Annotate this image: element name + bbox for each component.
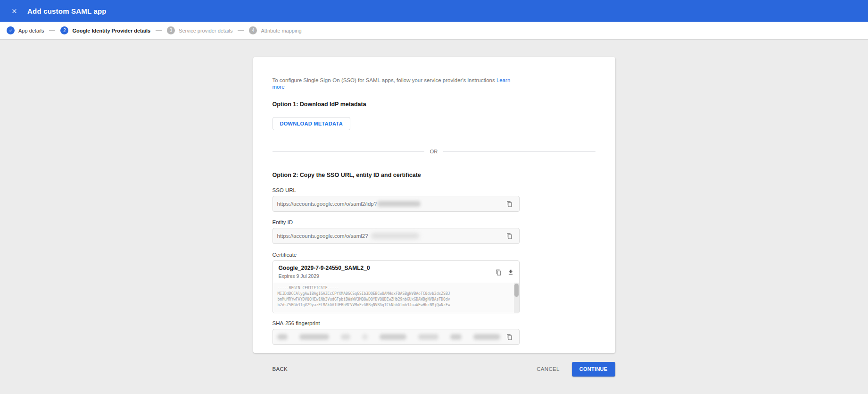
copy-entity-id-icon[interactable] <box>505 232 514 240</box>
intro-text-body: To configure Single Sign-On (SSO) for SA… <box>273 77 495 83</box>
step-label: Service provider details <box>179 28 232 34</box>
copy-certificate-icon[interactable] <box>495 268 503 277</box>
step-number-badge: 2 <box>60 26 68 34</box>
copy-fingerprint-icon[interactable] <box>505 333 514 341</box>
entity-id-value: https://accounts.google.com/o/saml2? <box>277 233 368 239</box>
idp-details-card: To configure Single Sign-On (SSO) for SA… <box>253 57 615 353</box>
fingerprint-field <box>273 329 520 345</box>
pem-line: b2dsZSBGb3IgV29yazELMAkGA1UEBhMCVVMxEzAR… <box>278 302 511 308</box>
step-complete-check-icon <box>7 26 15 34</box>
step-connector <box>238 30 244 31</box>
certificate-scrollbar-thumb[interactable] <box>514 284 519 297</box>
divider-line <box>443 151 595 152</box>
certificate-name: Google_2029-7-9-24550_SAML2_0 <box>279 265 486 271</box>
step-label: Google Identity Provider details <box>72 28 150 34</box>
certificate-label: Certificate <box>273 252 520 258</box>
step-connector <box>49 30 55 31</box>
step-number-badge: 3 <box>167 26 175 34</box>
step-app-details[interactable]: App details <box>7 26 44 34</box>
redacted-blur <box>277 334 288 340</box>
step-service-provider-details[interactable]: 3 Service provider details <box>167 26 232 34</box>
option1-heading: Option 1: Download IdP metadata <box>273 101 520 108</box>
download-metadata-button[interactable]: DOWNLOAD METADATA <box>273 117 350 130</box>
option2-heading: Option 2: Copy the SSO URL, entity ID an… <box>273 172 520 178</box>
entity-id-field: https://accounts.google.com/o/saml2? <box>273 228 520 244</box>
close-icon[interactable] <box>8 4 21 17</box>
redacted-blur <box>299 334 330 340</box>
certificate-pem-text: -----BEGIN CERTIFICATE----- MIIDdDCCAlyg… <box>273 283 519 313</box>
pem-line: bmMuMRYwFAYDVQQHEw1Nb3VudGFpbiBWaWV3MQ8w… <box>278 297 511 302</box>
step-google-idp-details[interactable]: 2 Google Identity Provider details <box>60 26 150 34</box>
divider-line <box>273 151 424 152</box>
intro-text: To configure Single Sign-On (SSO) for SA… <box>273 77 520 90</box>
or-divider-label: OR <box>430 149 438 154</box>
redacted-blur <box>418 334 438 340</box>
redacted-blur <box>371 233 419 239</box>
redacted-blur <box>377 201 421 207</box>
certificate-expiry: Expires 9 Jul 2029 <box>279 273 486 279</box>
step-connector <box>156 30 162 31</box>
entity-id-label: Entity ID <box>273 219 520 225</box>
redacted-blur <box>341 334 350 340</box>
fingerprint-label: SHA-256 fingerprint <box>273 320 520 326</box>
sso-url-value: https://accounts.google.com/o/saml2/idp? <box>277 201 377 207</box>
pem-line: -----BEGIN CERTIFICATE----- <box>278 285 511 291</box>
cancel-button[interactable]: CANCEL <box>537 366 559 372</box>
certificate-header: Google_2029-7-9-24550_SAML2_0 Expires 9 … <box>273 261 519 283</box>
redacted-blur <box>380 334 407 340</box>
step-attribute-mapping[interactable]: 4 Attribute mapping <box>249 26 301 34</box>
step-label: Attribute mapping <box>261 28 301 34</box>
pem-line: MIIDdDCCAlygAwIBAgIGAZCcCPYXMA0GCSqGSIb3… <box>278 291 511 297</box>
stepper: App details 2 Google Identity Provider d… <box>0 22 868 40</box>
redacted-blur <box>450 334 462 340</box>
certificate-box: Google_2029-7-9-24550_SAML2_0 Expires 9 … <box>273 260 520 313</box>
download-certificate-icon[interactable] <box>506 268 515 277</box>
redacted-blur <box>473 334 500 340</box>
sso-url-label: SSO URL <box>273 187 520 193</box>
dialog-header-bar: Add custom SAML app <box>0 0 868 22</box>
back-button[interactable]: BACK <box>273 366 288 372</box>
page-body: To configure Single Sign-On (SSO) for SA… <box>0 57 868 377</box>
copy-sso-url-icon[interactable] <box>505 200 514 208</box>
sso-url-field: https://accounts.google.com/o/saml2/idp? <box>273 196 520 212</box>
step-number-badge: 4 <box>249 26 257 34</box>
step-label: App details <box>18 28 44 34</box>
redacted-blur <box>362 334 368 340</box>
continue-button[interactable]: CONTINUE <box>572 362 615 377</box>
or-divider: OR <box>273 149 595 154</box>
dialog-title: Add custom SAML app <box>27 7 107 15</box>
footer-actions: BACK CANCEL CONTINUE <box>253 361 615 377</box>
